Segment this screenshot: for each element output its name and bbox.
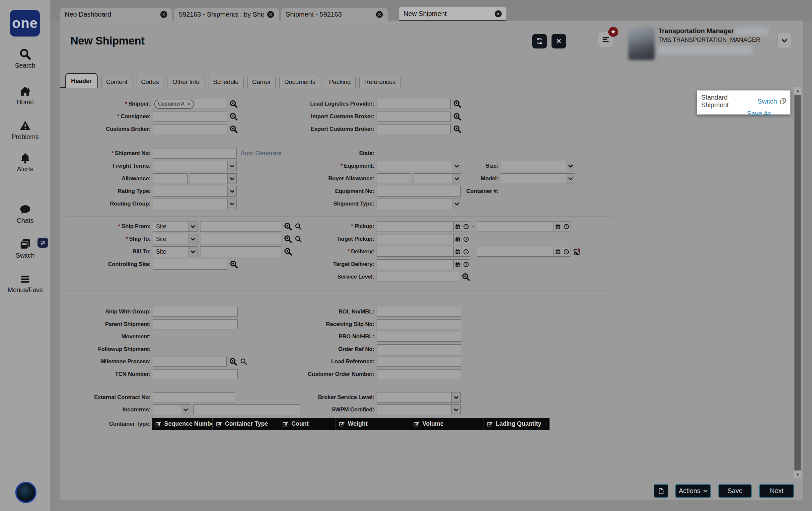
bill-to-input[interactable] (200, 246, 281, 257)
user-avatar[interactable] (628, 26, 655, 60)
calendar-icon[interactable] (554, 221, 562, 232)
zoom-in-search-icon[interactable] (453, 112, 462, 121)
zoom-in-search-icon[interactable] (453, 125, 462, 133)
save-button[interactable]: Save (718, 484, 752, 498)
receiving-slip-no-input[interactable] (377, 319, 461, 329)
switch-template-link[interactable]: Switch (758, 98, 777, 105)
external-contract-no-input[interactable] (153, 393, 235, 402)
load-reference-input[interactable] (377, 357, 461, 367)
tab-carrier[interactable]: Carrier (247, 76, 276, 88)
pro-no-input[interactable] (377, 332, 461, 342)
tab-references[interactable]: References (359, 76, 401, 88)
rating-type-select[interactable] (153, 186, 237, 196)
zoom-in-search-icon[interactable] (229, 112, 238, 121)
clock-icon[interactable] (462, 234, 470, 244)
tab-packing[interactable]: Packing (324, 76, 356, 88)
target-delivery-input[interactable] (377, 259, 454, 269)
schedule-icon[interactable] (573, 247, 581, 256)
scrollbar-thumb[interactable] (794, 95, 801, 470)
workspace-tab-shipment-592163[interactable]: Shipment - 592163 ✕ (281, 8, 387, 21)
calendar-icon[interactable] (454, 234, 462, 244)
close-icon[interactable]: ✕ (495, 10, 502, 17)
close-icon[interactable]: ✕ (160, 11, 167, 18)
sidebar-user-avatar[interactable] (15, 482, 36, 503)
calendar-icon[interactable] (454, 247, 462, 257)
calendar-icon[interactable] (454, 259, 462, 269)
zoom-in-search-icon[interactable] (229, 125, 238, 133)
ship-to-input[interactable] (200, 234, 281, 244)
column-header-sequence-number[interactable]: Sequence Number (152, 418, 212, 430)
ship-to-type-select[interactable]: Site (153, 234, 198, 244)
close-panel-button[interactable]: ✕ (552, 34, 566, 49)
calendar-icon[interactable] (554, 247, 562, 257)
ship-from-type-select[interactable]: Site (153, 221, 198, 232)
buyer-allowance-value-input[interactable] (377, 173, 411, 184)
sidebar-item-menus-favs[interactable]: Menus/Favs (0, 274, 50, 294)
report-button[interactable] (654, 484, 668, 498)
column-header-volume[interactable]: Volume (410, 418, 483, 430)
calendar-icon[interactable] (454, 221, 462, 232)
switch-swap-badge[interactable] (37, 238, 48, 248)
close-icon[interactable]: ✕ (267, 11, 274, 18)
allowance-uom-select[interactable] (190, 173, 237, 184)
consignee-input[interactable] (153, 112, 227, 122)
import-customs-broker-input[interactable] (377, 112, 451, 122)
customs-broker-input[interactable] (153, 124, 227, 134)
pickup-end-input[interactable] (477, 221, 554, 232)
copy-icon[interactable] (780, 98, 786, 105)
sidebar-item-chats[interactable]: Chats (0, 204, 50, 224)
delivery-start-input[interactable] (377, 247, 454, 257)
lead-logistics-provider-input[interactable] (377, 99, 451, 109)
model-select[interactable] (501, 173, 575, 184)
zoom-in-search-icon[interactable] (230, 260, 238, 269)
allowance-value-input[interactable] (153, 173, 188, 184)
bol-no-input[interactable] (377, 307, 461, 317)
clock-icon[interactable] (462, 221, 470, 232)
zoom-in-search-icon[interactable] (229, 357, 238, 366)
next-button[interactable]: Next (759, 484, 794, 498)
tab-other-info[interactable]: Other Info (168, 76, 205, 88)
clock-icon[interactable] (562, 221, 571, 232)
save-as-link[interactable]: Save As... (747, 110, 777, 117)
tcn-number-input[interactable] (153, 369, 238, 379)
shipment-type-select[interactable] (377, 198, 461, 209)
clock-icon[interactable] (462, 247, 470, 257)
zoom-in-search-icon[interactable] (462, 273, 470, 281)
incoterms-select[interactable] (153, 404, 190, 415)
customer-order-number-input[interactable] (377, 369, 461, 379)
scroll-up-arrow[interactable]: ▲ (794, 87, 802, 94)
shipper-input[interactable]: CustomerA✕ (153, 99, 227, 109)
column-header-weight[interactable]: Weight (335, 418, 410, 430)
clock-icon[interactable] (462, 259, 470, 269)
column-header-container-type[interactable]: Container Type (212, 418, 279, 430)
sidebar-item-alerts[interactable]: Alerts (0, 152, 50, 173)
equipment-no-input[interactable] (377, 186, 461, 196)
refresh-button[interactable] (532, 34, 547, 49)
tab-schedule[interactable]: Schedule (208, 76, 243, 88)
sidebar-item-home[interactable]: Home (0, 85, 50, 106)
ship-from-input[interactable] (200, 221, 281, 232)
workspace-tab-shipments-list[interactable]: 592163 - Shipments : by Shipme... ✕ (174, 8, 279, 21)
chip-remove-icon[interactable]: ✕ (187, 102, 191, 107)
milestone-process-input[interactable] (153, 357, 227, 367)
equipment-select[interactable] (377, 161, 461, 171)
parent-shipment-input[interactable] (153, 319, 238, 329)
one-network-logo[interactable]: one (10, 10, 40, 36)
broker-service-level-select[interactable] (377, 392, 461, 403)
service-level-input[interactable] (377, 272, 459, 282)
order-ref-no-input[interactable] (377, 344, 461, 354)
tab-codes[interactable]: Codes (136, 76, 164, 88)
tab-content[interactable]: Content (101, 76, 133, 88)
close-icon[interactable]: ✕ (376, 11, 383, 18)
workspace-tab-new-shipment[interactable]: New Shipment ✕ (399, 7, 506, 21)
shipment-no-input[interactable] (153, 148, 237, 159)
user-menu-chevron-button[interactable] (778, 33, 791, 48)
sidebar-item-problems[interactable]: Problems (0, 120, 50, 141)
export-customs-broker-input[interactable] (377, 124, 451, 134)
routing-group-select[interactable] (153, 198, 237, 209)
bill-to-type-select[interactable]: Site (153, 246, 198, 257)
zoom-in-search-icon[interactable] (229, 100, 238, 108)
column-header-lading-quantity[interactable]: Lading Quantity (483, 418, 550, 430)
sidebar-item-search[interactable]: Search (0, 48, 50, 70)
clock-icon[interactable] (562, 247, 571, 257)
